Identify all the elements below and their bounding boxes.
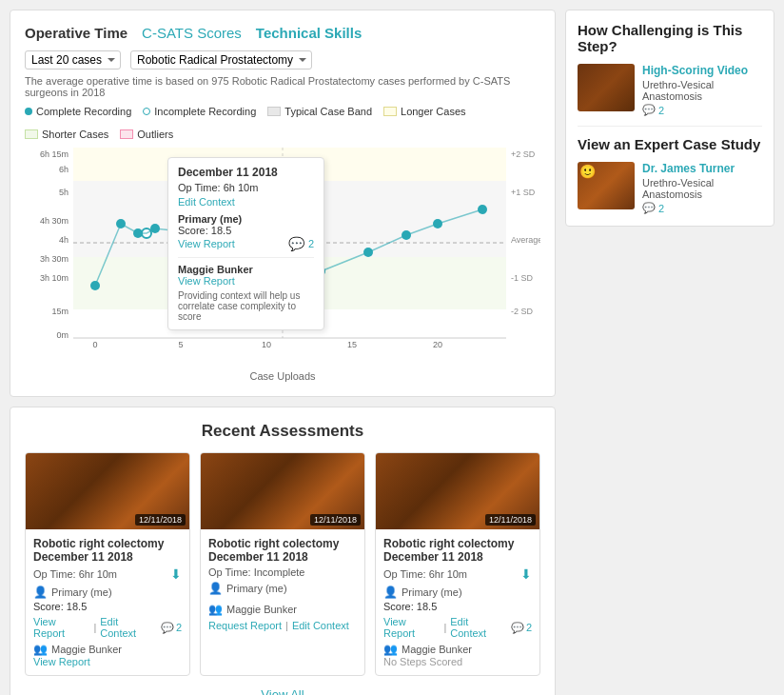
assessment-title-1: Robotic right colectomy December 11 2018 bbox=[33, 537, 182, 564]
svg-text:3h 30m: 3h 30m bbox=[40, 254, 69, 264]
comment-icon-1: 💬 bbox=[161, 622, 174, 634]
x-axis-label: Case Uploads bbox=[25, 370, 540, 382]
download-icon-3[interactable]: ⬇ bbox=[520, 566, 532, 582]
view-all-link[interactable]: View All bbox=[261, 687, 304, 695]
comment-count-3: 💬 2 bbox=[511, 622, 532, 634]
download-icon-1[interactable]: ⬇ bbox=[170, 566, 182, 582]
right-divider bbox=[578, 126, 762, 127]
assessment-thumb-1: 12/11/2018 bbox=[26, 453, 189, 529]
right-video-info: High-Scoring Video Urethro-Vesical Anast… bbox=[642, 64, 762, 116]
legend-outlier: Outliers bbox=[120, 129, 173, 140]
svg-text:0: 0 bbox=[92, 340, 97, 348]
legend-incomplete: Incomplete Recording bbox=[143, 106, 256, 117]
expert-name-link[interactable]: Dr. James Turner bbox=[642, 162, 762, 175]
typical-rect-icon bbox=[267, 107, 281, 116]
expert-title: View an Expert Case Study bbox=[578, 136, 762, 152]
tooltip-primary-label: Primary (me) bbox=[178, 213, 314, 225]
view-report-link-3[interactable]: View Report bbox=[383, 616, 440, 639]
comment-icon-3: 💬 bbox=[511, 622, 524, 634]
edit-context-link-2[interactable]: Edit Context bbox=[292, 620, 349, 631]
incomplete-dot-icon bbox=[143, 108, 150, 115]
right-card: How Challenging is This Step? High-Scori… bbox=[565, 10, 774, 227]
procedure-select[interactable]: Robotic Radical Prostatectomy bbox=[130, 50, 312, 70]
legend-shorter: Shorter Cases bbox=[25, 129, 108, 140]
tooltip-context-note: Providing context will help us correlate… bbox=[178, 290, 314, 322]
video-subtitle: Urethro-Vesical Anastomosis bbox=[642, 79, 762, 102]
tooltip-maggie-section: Maggie Bunker View Report Providing cont… bbox=[178, 257, 314, 322]
svg-text:3h 10m: 3h 10m bbox=[40, 273, 69, 283]
left-panel: Operative Time C-SATS Scores Technical S… bbox=[10, 10, 556, 695]
comment-bubble-video-icon: 💬 bbox=[642, 104, 656, 116]
assessment-optime-2: Op Time: Incomplete bbox=[208, 566, 357, 578]
svg-text:20: 20 bbox=[433, 340, 442, 348]
reviewer-report-link-1[interactable]: View Report bbox=[33, 656, 90, 667]
complete-dot-icon bbox=[25, 108, 32, 115]
view-all-row: View All bbox=[25, 687, 540, 695]
reviewer-icon-2: 👥 bbox=[208, 603, 223, 616]
person-icon-3: 👤 bbox=[383, 586, 398, 599]
assessment-body-2: Robotic right colectomy December 11 2018… bbox=[201, 529, 364, 639]
tooltip-comments: 💬 2 bbox=[288, 236, 314, 251]
video-title-link[interactable]: High-Scoring Video bbox=[642, 64, 762, 77]
longer-rect-icon bbox=[383, 107, 397, 116]
svg-text:+1 SD: +1 SD bbox=[511, 188, 536, 197]
assessment-item-3: 12/11/2018 Robotic right colectomy Decem… bbox=[375, 452, 540, 676]
expert-thumbnail: 🙂 bbox=[578, 162, 635, 209]
edit-context-link-1[interactable]: Edit Context bbox=[100, 616, 157, 639]
tab-technical[interactable]: Technical Skills bbox=[256, 25, 362, 41]
assessment-thumb-2: 12/11/2018 bbox=[201, 453, 364, 529]
assessment-date-badge-3: 12/11/2018 bbox=[485, 514, 536, 526]
edit-context-link-3[interactable]: Edit Context bbox=[450, 616, 507, 639]
tooltip-maggie-label: Maggie Bunker bbox=[178, 264, 314, 275]
video-comments: 💬 2 bbox=[642, 104, 762, 116]
assessment-role-2: 👤 Primary (me) bbox=[208, 582, 357, 595]
tab-operative[interactable]: Operative Time bbox=[25, 25, 127, 41]
tooltip-score: Score: 18.5 bbox=[178, 225, 314, 236]
legend-typical: Typical Case Band bbox=[267, 106, 372, 117]
assessment-reviewer-3: 👥 Maggie Bunker bbox=[383, 643, 532, 656]
legend-complete: Complete Recording bbox=[25, 106, 131, 117]
svg-text:15: 15 bbox=[347, 340, 357, 348]
assessments-card: Recent Assessments 12/11/2018 Robotic ri… bbox=[10, 407, 556, 695]
expert-section: View an Expert Case Study 🙂 Dr. James Tu… bbox=[578, 136, 762, 214]
assessment-optime-1: Op Time: 6hr 10m ⬇ bbox=[33, 566, 182, 582]
tab-csats[interactable]: C-SATS Scores bbox=[142, 25, 242, 41]
svg-text:6h 15m: 6h 15m bbox=[40, 149, 69, 159]
outlier-rect-icon bbox=[120, 129, 133, 139]
tooltip-view-report-link[interactable]: View Report bbox=[178, 238, 235, 249]
comment-count-1: 💬 2 bbox=[161, 622, 182, 634]
assessment-title-2: Robotic right colectomy December 11 2018 bbox=[208, 537, 357, 564]
tooltip-maggie-report-link[interactable]: View Report bbox=[178, 275, 314, 287]
assessment-body-1: Robotic right colectomy December 11 2018… bbox=[26, 529, 189, 675]
cases-select[interactable]: Last 20 cases bbox=[25, 50, 121, 70]
request-report-link-2[interactable]: Request Report bbox=[208, 620, 282, 631]
person-icon-1: 👤 bbox=[33, 586, 48, 599]
reviewer-icon-1: 👥 bbox=[33, 643, 48, 656]
assessment-score-3: Score: 18.5 bbox=[383, 601, 532, 612]
legend: Complete Recording Incomplete Recording … bbox=[25, 106, 540, 140]
svg-text:4h: 4h bbox=[59, 235, 69, 245]
svg-text:15m: 15m bbox=[51, 307, 69, 316]
person-icon-2: 👤 bbox=[208, 582, 223, 595]
svg-text:5: 5 bbox=[178, 340, 183, 348]
assessment-reviewer-actions-1: View Report bbox=[33, 656, 182, 667]
view-report-link-1[interactable]: View Report bbox=[33, 616, 89, 639]
tooltip-op-time: Op Time: 6h 10m bbox=[178, 182, 314, 193]
expert-subtitle: Urethro-Vesical Anastomosis bbox=[642, 177, 762, 200]
right-video-item: High-Scoring Video Urethro-Vesical Anast… bbox=[578, 64, 762, 116]
comment-bubble-icon: 💬 bbox=[288, 236, 304, 251]
assessment-reviewer-1: 👥 Maggie Bunker bbox=[33, 643, 182, 656]
right-panel: How Challenging is This Step? High-Scori… bbox=[565, 10, 774, 695]
svg-text:Average: Average bbox=[511, 235, 540, 245]
assessment-item-2: 12/11/2018 Robotic right colectomy Decem… bbox=[200, 452, 365, 676]
no-steps-3: No Steps Scored bbox=[383, 656, 532, 667]
assessment-body-3: Robotic right colectomy December 11 2018… bbox=[376, 529, 539, 675]
tooltip-edit-context-link[interactable]: Edit Context bbox=[178, 196, 314, 208]
assessment-optime-3: Op Time: 6hr 10m ⬇ bbox=[383, 566, 532, 582]
chart-wrapper: 6h 15m 6h 5h 4h 30m 4h 3h 30m 3h 10m 15m… bbox=[25, 148, 540, 367]
expert-comments: 💬 2 bbox=[642, 202, 762, 214]
assessment-item-1: 12/11/2018 Robotic right colectomy Decem… bbox=[25, 452, 190, 676]
assessments-grid: 12/11/2018 Robotic right colectomy Decem… bbox=[25, 452, 540, 676]
assessment-title-3: Robotic right colectomy December 11 2018 bbox=[383, 537, 532, 564]
svg-text:5h: 5h bbox=[59, 188, 69, 197]
